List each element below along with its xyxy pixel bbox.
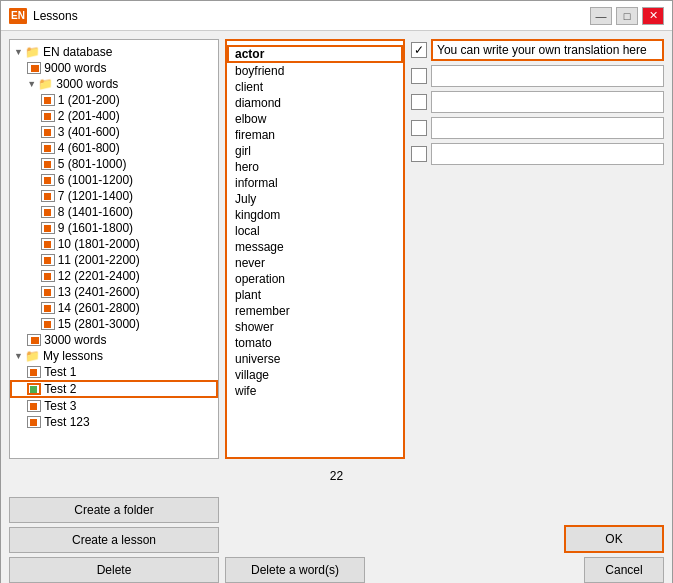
- word-counter: 22: [330, 469, 343, 483]
- main-area: ▼📁EN database 9000 words ▼📁3000 words 1 …: [9, 39, 664, 459]
- tree-item-r8[interactable]: 8 (1401-1600): [10, 204, 218, 220]
- translation-input-4[interactable]: [431, 117, 664, 139]
- word-item-client[interactable]: client: [227, 79, 403, 95]
- tree-item-test3[interactable]: Test 3: [10, 398, 218, 414]
- word-item-universe[interactable]: universe: [227, 351, 403, 367]
- tree-item-r12[interactable]: 12 (2201-2400): [10, 268, 218, 284]
- word-item-diamond[interactable]: diamond: [227, 95, 403, 111]
- tree-item-r10[interactable]: 10 (1801-2000): [10, 236, 218, 252]
- tree-item-r13[interactable]: 13 (2401-2600): [10, 284, 218, 300]
- delete-words-button[interactable]: Delete a word(s): [225, 557, 365, 583]
- tree-label: 4 (601-800): [58, 141, 120, 155]
- tree-label: 10 (1801-2000): [58, 237, 140, 251]
- word-item-july[interactable]: July: [227, 191, 403, 207]
- tree-label: 3000 words: [44, 333, 106, 347]
- translation-row-4: [411, 117, 664, 139]
- tree-item-r2[interactable]: 2 (201-400): [10, 108, 218, 124]
- tree-item-en-db[interactable]: ▼📁EN database: [10, 44, 218, 60]
- word-item-remember[interactable]: remember: [227, 303, 403, 319]
- tree-item-test1[interactable]: Test 1: [10, 364, 218, 380]
- word-item-informal[interactable]: informal: [227, 175, 403, 191]
- cancel-button[interactable]: Cancel: [584, 557, 664, 583]
- tree-label: 1 (201-200): [58, 93, 120, 107]
- tree-label: 12 (2201-2400): [58, 269, 140, 283]
- translation-input-2[interactable]: [431, 65, 664, 87]
- word-item-actor[interactable]: actor: [227, 45, 403, 63]
- tree-item-r1[interactable]: 1 (201-200): [10, 92, 218, 108]
- tree-item-test123[interactable]: Test 123: [10, 414, 218, 430]
- word-item-girl[interactable]: girl: [227, 143, 403, 159]
- translation-checkbox-5[interactable]: [411, 146, 427, 162]
- tree-panel[interactable]: ▼📁EN database 9000 words ▼📁3000 words 1 …: [9, 39, 219, 459]
- translation-checkbox-3[interactable]: [411, 94, 427, 110]
- create-folder-button[interactable]: Create a folder: [9, 497, 219, 523]
- translation-row-1: [411, 39, 664, 61]
- translation-row-2: [411, 65, 664, 87]
- tree-item-3000w[interactable]: ▼📁3000 words: [10, 76, 218, 92]
- ok-button[interactable]: OK: [564, 525, 664, 553]
- tree-label: 5 (801-1000): [58, 157, 127, 171]
- window-controls: ― □ ✕: [590, 7, 664, 25]
- tree-label: 13 (2401-2600): [58, 285, 140, 299]
- tree-item-r14[interactable]: 14 (2601-2800): [10, 300, 218, 316]
- tree-item-r3[interactable]: 3 (401-600): [10, 124, 218, 140]
- translation-input-3[interactable]: [431, 91, 664, 113]
- minimize-button[interactable]: ―: [590, 7, 612, 25]
- word-item-message[interactable]: message: [227, 239, 403, 255]
- tree-label: 11 (2001-2200): [58, 253, 140, 267]
- tree-label: 7 (1201-1400): [58, 189, 133, 203]
- tree-item-3000w2[interactable]: 3000 words: [10, 332, 218, 348]
- tree-item-r4[interactable]: 4 (601-800): [10, 140, 218, 156]
- word-item-fireman[interactable]: fireman: [227, 127, 403, 143]
- tree-label: My lessons: [43, 349, 103, 363]
- word-item-elbow[interactable]: elbow: [227, 111, 403, 127]
- word-item-kingdom[interactable]: kingdom: [227, 207, 403, 223]
- tree-item-r9[interactable]: 9 (1601-1800): [10, 220, 218, 236]
- word-item-plant[interactable]: plant: [227, 287, 403, 303]
- content-area: ▼📁EN database 9000 words ▼📁3000 words 1 …: [1, 31, 672, 583]
- tree-item-test2[interactable]: Test 2: [10, 380, 218, 398]
- tree-label: Test 2: [44, 382, 76, 396]
- translation-input-5[interactable]: [431, 143, 664, 165]
- lessons-window: EN Lessons ― □ ✕ ▼📁EN database 9000 word…: [0, 0, 673, 583]
- word-panel[interactable]: actorboyfriendclientdiamondelbowfiremang…: [225, 39, 405, 459]
- word-item-never[interactable]: never: [227, 255, 403, 271]
- tree-item-9000w[interactable]: 9000 words: [10, 60, 218, 76]
- translation-row-5: [411, 143, 664, 165]
- tree-item-r15[interactable]: 15 (2801-3000): [10, 316, 218, 332]
- tree-item-r5[interactable]: 5 (801-1000): [10, 156, 218, 172]
- create-lesson-button[interactable]: Create a lesson: [9, 527, 219, 553]
- word-item-village[interactable]: village: [227, 367, 403, 383]
- tree-label: 6 (1001-1200): [58, 173, 133, 187]
- word-item-shower[interactable]: shower: [227, 319, 403, 335]
- tree-label: 3000 words: [56, 77, 118, 91]
- translation-panel: [411, 39, 664, 459]
- tree-item-my-lessons[interactable]: ▼📁My lessons: [10, 348, 218, 364]
- translation-checkbox-4[interactable]: [411, 120, 427, 136]
- translation-checkbox-2[interactable]: [411, 68, 427, 84]
- maximize-button[interactable]: □: [616, 7, 638, 25]
- tree-label: 9000 words: [44, 61, 106, 75]
- word-item-hero[interactable]: hero: [227, 159, 403, 175]
- left-buttons: Create a folder Create a lesson Delete: [9, 497, 219, 583]
- word-item-local[interactable]: local: [227, 223, 403, 239]
- translation-row-3: [411, 91, 664, 113]
- word-item-boyfriend[interactable]: boyfriend: [227, 63, 403, 79]
- tree-label: 3 (401-600): [58, 125, 120, 139]
- right-bottom-buttons: Delete a word(s) OK Cancel: [225, 497, 664, 583]
- tree-item-r6[interactable]: 6 (1001-1200): [10, 172, 218, 188]
- lang-badge: EN: [9, 8, 27, 24]
- translation-checkbox-1[interactable]: [411, 42, 427, 58]
- tree-label: Test 3: [44, 399, 76, 413]
- tree-label: 9 (1601-1800): [58, 221, 133, 235]
- tree-label: Test 123: [44, 415, 89, 429]
- word-item-wife[interactable]: wife: [227, 383, 403, 399]
- word-item-tomato[interactable]: tomato: [227, 335, 403, 351]
- tree-label: EN database: [43, 45, 112, 59]
- word-item-operation[interactable]: operation: [227, 271, 403, 287]
- tree-item-r7[interactable]: 7 (1201-1400): [10, 188, 218, 204]
- close-button[interactable]: ✕: [642, 7, 664, 25]
- translation-input-1[interactable]: [431, 39, 664, 61]
- tree-item-r11[interactable]: 11 (2001-2200): [10, 252, 218, 268]
- delete-button[interactable]: Delete: [9, 557, 219, 583]
